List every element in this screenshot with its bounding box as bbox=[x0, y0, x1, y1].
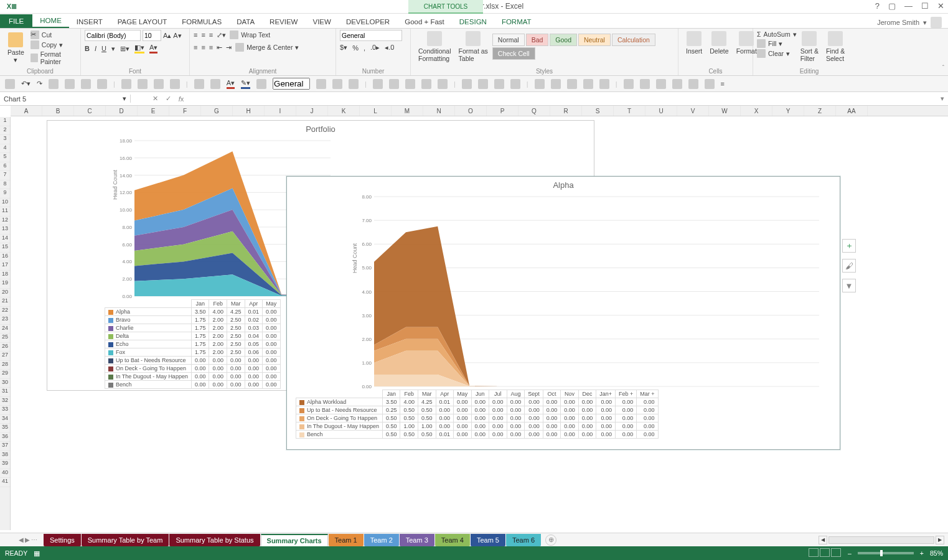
tab-format[interactable]: FORMAT bbox=[494, 16, 539, 28]
qat-border-color-icon[interactable]: ✎▾ bbox=[241, 79, 250, 89]
qat-icon[interactable] bbox=[405, 79, 415, 89]
sheet-tab[interactable]: Team 5 bbox=[471, 534, 505, 546]
scroll-left-icon[interactable]: ◀ bbox=[819, 536, 827, 544]
underline-button[interactable]: U bbox=[101, 45, 106, 52]
qat-icon[interactable] bbox=[462, 79, 472, 89]
chart-alpha[interactable]: Alpha Head Count 0.001.002.003.004.005.0… bbox=[286, 176, 840, 450]
chart-elements-button[interactable]: ＋ bbox=[842, 239, 856, 253]
align-center-icon[interactable]: ≡ bbox=[201, 44, 205, 51]
qat-icon[interactable] bbox=[49, 79, 59, 89]
qat-icon[interactable] bbox=[656, 79, 666, 89]
merge-center-button[interactable]: Merge & Center▾ bbox=[235, 43, 299, 52]
sheet-tab[interactable]: Summary Table by Team bbox=[82, 534, 169, 546]
worksheet-grid[interactable]: 1234567891011121314151617181920212223242… bbox=[0, 117, 948, 530]
sheet-tab[interactable]: Team 2 bbox=[364, 534, 399, 546]
font-size-input[interactable] bbox=[143, 30, 161, 41]
macro-record-icon[interactable]: ▦ bbox=[34, 549, 40, 557]
sheet-tab[interactable]: Team 3 bbox=[400, 534, 434, 546]
paste-button[interactable]: Paste▾ bbox=[4, 30, 28, 66]
qat-icon[interactable] bbox=[535, 79, 545, 89]
qat-icon[interactable] bbox=[81, 79, 91, 89]
qat-icon[interactable] bbox=[640, 79, 650, 89]
orientation-icon[interactable]: ⤢▾ bbox=[217, 31, 226, 39]
name-box[interactable]: Chart 5▾ bbox=[0, 95, 131, 103]
autosum-button[interactable]: ΣAutoSum▾ bbox=[757, 30, 797, 38]
qat-icon[interactable] bbox=[97, 79, 107, 89]
qat-format-select[interactable] bbox=[273, 78, 310, 90]
redo-icon[interactable]: ↷ bbox=[37, 80, 42, 88]
border-button[interactable]: ⊞▾ bbox=[120, 45, 129, 53]
delete-button[interactable]: Delete bbox=[706, 30, 732, 56]
cut-button[interactable]: ✂Cut bbox=[31, 30, 77, 39]
style-neutral[interactable]: Neutral bbox=[578, 34, 611, 46]
ribbon-display-icon[interactable]: ▢ bbox=[888, 1, 896, 11]
comma-icon[interactable]: , bbox=[364, 44, 365, 52]
number-format-select[interactable] bbox=[340, 30, 402, 41]
qat-equals-icon[interactable]: = bbox=[721, 80, 725, 88]
user-account[interactable]: Jerome Smith▾ bbox=[877, 17, 948, 28]
qat-icon[interactable] bbox=[65, 79, 75, 89]
qat-icon[interactable] bbox=[478, 79, 488, 89]
qat-icon[interactable] bbox=[138, 79, 148, 89]
dec-decimal-icon[interactable]: ◂.0 bbox=[385, 44, 394, 52]
align-right-icon[interactable]: ≡ bbox=[209, 44, 213, 51]
close-icon[interactable]: ✕ bbox=[937, 1, 944, 11]
qat-icon[interactable] bbox=[624, 79, 634, 89]
horizontal-scrollbar[interactable]: ◀ ▶ bbox=[819, 536, 944, 544]
sheet-tab[interactable]: Team 6 bbox=[506, 534, 541, 546]
qat-icon[interactable] bbox=[389, 79, 399, 89]
minimize-icon[interactable]: — bbox=[904, 1, 913, 11]
tab-formulas[interactable]: FORMULAS bbox=[174, 16, 229, 28]
qat-icon[interactable] bbox=[349, 79, 359, 89]
italic-button[interactable]: I bbox=[95, 45, 96, 52]
chart-filters-button[interactable]: ▼ bbox=[842, 279, 856, 292]
format-painter-button[interactable]: Format Painter bbox=[31, 50, 77, 65]
qat-icon[interactable] bbox=[154, 79, 164, 89]
font-color-button[interactable]: A▾ bbox=[149, 44, 157, 54]
qat-icon[interactable] bbox=[170, 79, 180, 89]
sort-filter-button[interactable]: Sort & Filter bbox=[797, 30, 822, 63]
fill-button[interactable]: Fill▾ bbox=[757, 39, 797, 48]
qat-icon[interactable] bbox=[373, 79, 383, 89]
chart-styles-button[interactable]: 🖌 bbox=[842, 259, 856, 273]
qat-icon[interactable] bbox=[121, 79, 131, 89]
zoom-in-icon[interactable]: + bbox=[920, 549, 924, 557]
tab-developer[interactable]: DEVELOPER bbox=[339, 16, 397, 28]
grow-font-icon[interactable]: A▴ bbox=[163, 32, 171, 40]
style-check-cell[interactable]: Check Cell bbox=[492, 47, 535, 60]
copy-button[interactable]: Copy▾ bbox=[31, 40, 77, 49]
align-top-icon[interactable]: ≡ bbox=[194, 31, 197, 39]
scroll-right-icon[interactable]: ▶ bbox=[936, 536, 944, 544]
align-left-icon[interactable]: ≡ bbox=[194, 44, 197, 51]
tab-view[interactable]: VIEW bbox=[305, 16, 338, 28]
tab-home[interactable]: HOME bbox=[32, 14, 69, 28]
tab-data[interactable]: DATA bbox=[229, 16, 262, 28]
tab-review[interactable]: REVIEW bbox=[262, 16, 305, 28]
align-middle-icon[interactable]: ≡ bbox=[201, 31, 205, 39]
bold-button[interactable]: B bbox=[85, 45, 90, 52]
sheet-tab[interactable]: Summary Charts bbox=[261, 534, 328, 546]
qat-icon[interactable] bbox=[705, 79, 715, 89]
conditional-formatting-button[interactable]: Conditional Formatting bbox=[415, 30, 455, 63]
zoom-out-icon[interactable]: – bbox=[848, 549, 852, 557]
qat-icon[interactable] bbox=[256, 79, 266, 89]
sheet-tab[interactable]: Team 1 bbox=[329, 534, 364, 546]
format-as-table-button[interactable]: Format as Table bbox=[455, 30, 492, 63]
tab-insert[interactable]: INSERT bbox=[69, 16, 110, 28]
undo-icon[interactable]: ↶▾ bbox=[21, 80, 31, 88]
view-buttons[interactable] bbox=[808, 548, 842, 558]
row-headers[interactable]: 1234567891011121314151617181920212223242… bbox=[0, 117, 11, 530]
style-good[interactable]: Good bbox=[550, 34, 577, 46]
style-normal[interactable]: Normal bbox=[492, 34, 525, 46]
qat-icon[interactable] bbox=[672, 79, 682, 89]
zoom-slider[interactable] bbox=[858, 552, 914, 554]
qat-icon[interactable] bbox=[210, 79, 220, 89]
qat-icon[interactable] bbox=[421, 79, 431, 89]
qat-icon[interactable] bbox=[494, 79, 504, 89]
qat-icon[interactable] bbox=[316, 79, 326, 89]
qat-icon[interactable] bbox=[551, 79, 561, 89]
align-bottom-icon[interactable]: ≡ bbox=[209, 31, 213, 39]
qat-icon[interactable] bbox=[599, 79, 609, 89]
fill-color-button[interactable]: ◧▾ bbox=[134, 44, 144, 54]
qat-icon[interactable] bbox=[510, 79, 520, 89]
